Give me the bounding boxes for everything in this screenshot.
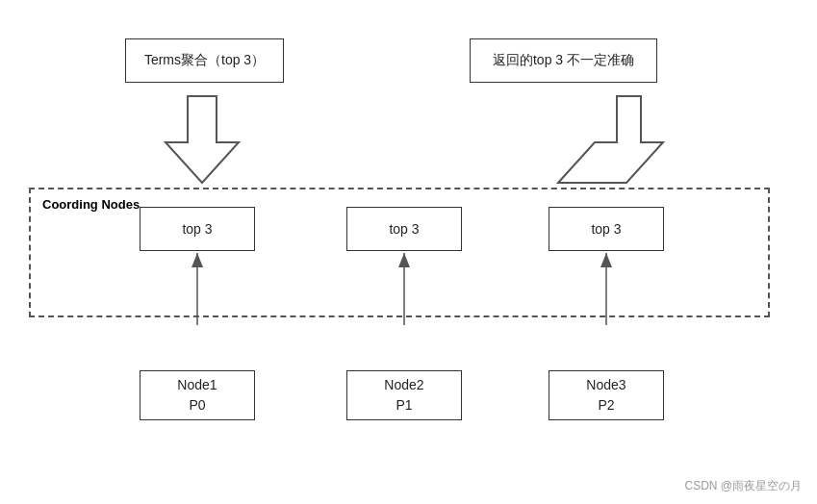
node2-partition: P1 (396, 395, 412, 416)
node1-name: Node1 (177, 375, 217, 395)
node1-partition: P0 (189, 395, 205, 416)
node2-name: Node2 (384, 375, 423, 395)
terms-aggregation-box: Terms聚合（top 3） (125, 38, 284, 83)
node3-name: Node3 (586, 375, 626, 395)
main-canvas: Terms聚合（top 3） 返回的top 3 不一定准确 Coording N… (0, 0, 817, 504)
node1-top-label: top 3 (182, 221, 212, 237)
node3-bottom-box: Node3 P2 (549, 370, 664, 420)
node1-bottom-box: Node1 P0 (140, 370, 255, 420)
node2-top-box: top 3 (346, 207, 462, 251)
coordinating-nodes-label: Coording Nodes (42, 197, 140, 212)
svg-marker-1 (558, 96, 663, 183)
return-accuracy-label: 返回的top 3 不一定准确 (493, 52, 634, 69)
watermark: CSDN @雨夜星空の月 (684, 478, 802, 494)
node2-top-label: top 3 (389, 221, 419, 237)
terms-aggregation-label: Terms聚合（top 3） (144, 52, 265, 69)
node3-top-label: top 3 (591, 221, 621, 237)
return-accuracy-box: 返回的top 3 不一定准确 (470, 38, 657, 83)
node3-top-box: top 3 (549, 207, 664, 251)
svg-marker-0 (166, 96, 239, 183)
node2-bottom-box: Node2 P1 (346, 370, 462, 420)
node1-top-box: top 3 (140, 207, 255, 251)
node3-partition: P2 (598, 395, 614, 416)
